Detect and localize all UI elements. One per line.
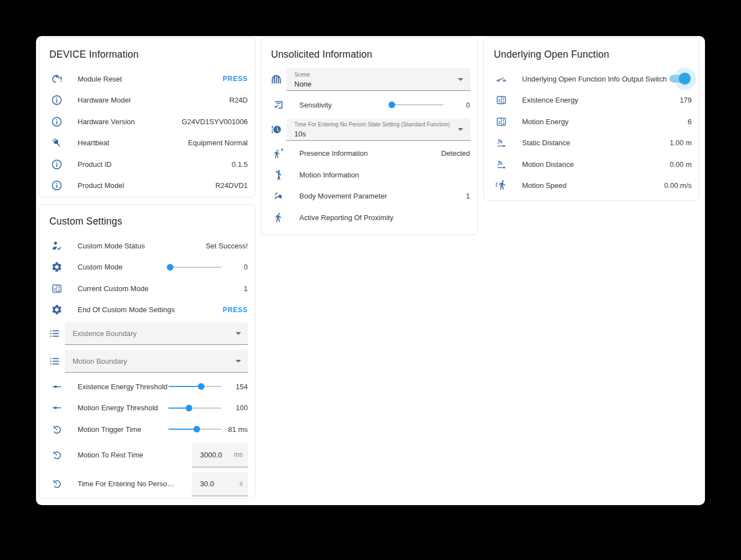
scene-dome-icon bbox=[270, 73, 283, 86]
motion-distance-row: Motion Distance 0.00 m bbox=[484, 154, 699, 175]
slider-thumb[interactable] bbox=[186, 405, 192, 411]
motion-information-label: Motion Information bbox=[299, 171, 359, 179]
heartbeat-label: Heartbeat bbox=[78, 139, 109, 147]
scene-select-value: None bbox=[294, 80, 454, 88]
existence-threshold-label: Existence Energy Threshold bbox=[78, 383, 167, 391]
product-model-label: Product Model bbox=[78, 181, 124, 190]
ballot-check-icon bbox=[273, 99, 284, 111]
motion-speed-row: Motion Speed 0.00 m/s bbox=[484, 175, 699, 197]
custom-settings-card: Custom Settings Custom Mode Status Set S… bbox=[39, 204, 255, 498]
hardware-version-row: Hardware Version G24VD1SYV001006 bbox=[39, 111, 255, 133]
existence-threshold-row: Existence Energy Threshold 154 bbox=[39, 376, 255, 398]
slider-thumb[interactable] bbox=[389, 101, 395, 108]
motion-trigger-time-label: Motion Trigger Time bbox=[78, 425, 141, 434]
motion-to-rest-time-label: Motion To Rest Time bbox=[78, 451, 143, 459]
numeric-icon bbox=[51, 283, 63, 294]
custom-mode-status-value: Set Success! bbox=[201, 242, 248, 250]
dropdown-arrow-icon bbox=[236, 332, 241, 335]
no-person-time-input[interactable]: 30.0 s bbox=[192, 472, 248, 496]
no-person-time-select-label: Time For Entering No Person State Settin… bbox=[294, 121, 454, 128]
output-switch-toggle[interactable] bbox=[670, 73, 689, 84]
unsolicited-information-card: Unsolicited Information Scene None Sensi… bbox=[260, 37, 478, 235]
info-icon bbox=[51, 159, 63, 170]
info-icon bbox=[51, 116, 63, 128]
timer-icon bbox=[51, 449, 63, 461]
output-switch-row: Underlying Open Function Info Output Swi… bbox=[484, 68, 699, 90]
static-distance-label: Static Distance bbox=[522, 139, 570, 147]
no-person-time-select[interactable]: Time For Entering No Person State Settin… bbox=[287, 118, 471, 141]
static-distance-row: Static Distance 1.00 m bbox=[484, 133, 699, 154]
end-of-custom-mode-row: End Of Custom Mode Settings PRESS bbox=[39, 299, 255, 321]
dropdown-arrow-icon bbox=[458, 128, 463, 131]
motion-threshold-value: 100 bbox=[222, 404, 248, 412]
scene-select[interactable]: Scene None bbox=[287, 68, 471, 91]
timer-icon bbox=[51, 424, 63, 435]
sensitivity-slider[interactable] bbox=[391, 101, 443, 109]
underlying-open-function-title: Underlying Open Function bbox=[494, 48, 689, 60]
info-icon bbox=[51, 180, 63, 191]
info-icon bbox=[51, 94, 63, 106]
motion-threshold-slider[interactable] bbox=[168, 404, 221, 412]
slider-track bbox=[391, 104, 443, 105]
no-person-time-select-row: Time For Entering No Person State Settin… bbox=[261, 118, 477, 141]
motion-to-rest-time-input[interactable]: 3000.0 ms bbox=[192, 443, 248, 467]
numeric-icon bbox=[495, 116, 507, 128]
slider-thumb[interactable] bbox=[193, 426, 200, 432]
existence-boundary-select[interactable]: Existence Boundary bbox=[65, 322, 248, 345]
product-model-row: Product Model R24DVD1 bbox=[39, 175, 255, 197]
hardware-version-value: G24VD1SYV001006 bbox=[177, 118, 248, 126]
end-of-custom-mode-press-button[interactable]: PRESS bbox=[223, 306, 248, 314]
no-person-time-value[interactable]: 30.0 bbox=[200, 480, 214, 488]
motion-speed-label: Motion Speed bbox=[522, 181, 566, 190]
motion-trigger-time-slider[interactable] bbox=[168, 425, 221, 433]
electric-switch-icon bbox=[495, 73, 507, 85]
motion-energy-row: Motion Energy 6 bbox=[484, 111, 699, 133]
hardware-model-label: Hardware Model bbox=[78, 96, 130, 104]
end-of-custom-mode-label: End Of Custom Mode Settings bbox=[78, 306, 175, 314]
dropdown-arrow-icon bbox=[458, 78, 463, 81]
module-reset-press-button[interactable]: PRESS bbox=[223, 75, 248, 83]
motion-to-rest-time-value[interactable]: 3000.0 bbox=[200, 451, 222, 459]
device-information-card: DEVICE Information Module Reset PRESS Ha… bbox=[39, 37, 255, 197]
motion-distance-value: 0.00 m bbox=[665, 160, 692, 169]
current-custom-mode-label: Current Custom Mode bbox=[78, 284, 149, 293]
no-person-time-unit: s bbox=[239, 480, 243, 487]
motion-boundary-select[interactable]: Motion Boundary bbox=[65, 350, 248, 373]
custom-mode-status-row: Custom Mode Status Set Success! bbox=[39, 235, 255, 257]
custom-mode-row: Custom Mode 0 bbox=[39, 257, 255, 278]
module-reset-row: Module Reset PRESS bbox=[39, 68, 255, 90]
signal-distance-icon bbox=[495, 159, 507, 170]
custom-settings-title: Custom Settings bbox=[49, 215, 245, 227]
hardware-model-row: Hardware Model R24D bbox=[39, 90, 255, 111]
signal-distance-icon bbox=[495, 137, 507, 149]
sensitivity-value: 0 bbox=[444, 101, 470, 109]
product-model-value: R24DVD1 bbox=[211, 181, 248, 190]
no-person-time-select-value: 10s bbox=[294, 130, 454, 138]
motion-distance-label: Motion Distance bbox=[522, 160, 574, 169]
slider-handle-icon bbox=[51, 381, 63, 393]
slider-thumb[interactable] bbox=[167, 264, 173, 271]
custom-mode-slider[interactable] bbox=[168, 263, 221, 271]
slider-thumb[interactable] bbox=[198, 383, 205, 390]
product-id-value: 0.1.5 bbox=[227, 160, 248, 169]
body-movement-label: Body Movement Parameter bbox=[299, 192, 387, 200]
list-icon bbox=[48, 327, 61, 340]
dropdown-arrow-icon bbox=[236, 360, 241, 363]
body-movement-value: 1 bbox=[462, 192, 470, 200]
active-reporting-row: Active Reporting Of Proximity bbox=[261, 207, 477, 228]
current-custom-mode-value: 1 bbox=[239, 284, 248, 293]
motion-energy-label: Motion Energy bbox=[522, 118, 569, 126]
motion-sensor-icon bbox=[273, 147, 284, 159]
body-movement-icon bbox=[273, 190, 284, 202]
motion-boundary-row: Motion Boundary bbox=[39, 350, 255, 373]
existence-threshold-value: 154 bbox=[222, 383, 248, 391]
motion-information-row: Motion Information bbox=[261, 164, 477, 186]
hardware-version-label: Hardware Version bbox=[78, 118, 135, 126]
motion-to-rest-time-row: Motion To Rest Time 3000.0 ms bbox=[39, 441, 255, 469]
motion-threshold-row: Motion Energy Threshold 100 bbox=[39, 398, 255, 419]
existence-energy-value: 179 bbox=[675, 96, 692, 104]
gear-icon bbox=[51, 304, 63, 315]
static-distance-value: 1.00 m bbox=[665, 139, 692, 147]
motion-speed-value: 0.00 m/s bbox=[660, 181, 692, 190]
existence-threshold-slider[interactable] bbox=[168, 383, 221, 390]
